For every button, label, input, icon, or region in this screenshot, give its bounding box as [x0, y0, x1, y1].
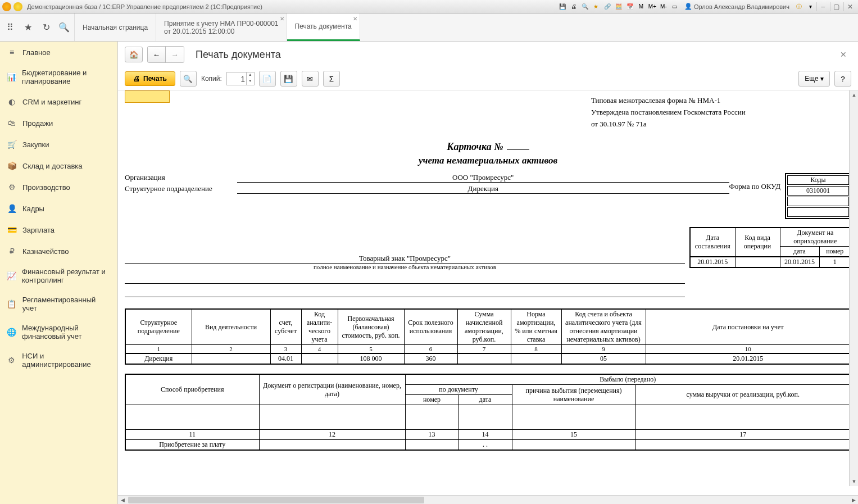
print-button[interactable]: 🖨 Печать	[125, 71, 175, 86]
minimize-button[interactable]: –	[816, 2, 829, 11]
preview-button[interactable]: 🔍	[180, 71, 197, 87]
tab-start[interactable]: Начальная страница	[75, 13, 156, 41]
col-num: 7	[457, 345, 511, 354]
scroll-up-icon[interactable]: ▲	[850, 90, 858, 99]
horizontal-scrollbar[interactable]: ◀ ▶	[118, 495, 858, 504]
back-button[interactable]: ←	[148, 47, 166, 62]
tab-label: Начальная страница	[83, 24, 148, 31]
search-icon[interactable]: 🔍	[58, 22, 70, 33]
sum-button[interactable]: Σ	[323, 71, 340, 87]
memory-m-plus[interactable]: M+	[647, 2, 657, 11]
print-label: Печать	[143, 75, 167, 83]
col-num: 1	[125, 345, 192, 354]
sidebar-item-admin[interactable]: ⚙НСИ и администрирование	[0, 346, 117, 374]
scroll-down-icon[interactable]: ▼	[850, 477, 858, 486]
form-title: Карточка №	[125, 141, 851, 153]
save-doc-button[interactable]: 💾	[280, 71, 297, 87]
pie-icon: ◐	[7, 97, 17, 107]
sidebar-item-production[interactable]: ⚙Производство	[0, 176, 117, 198]
vertical-scrollbar[interactable]: ▲ ▼	[849, 90, 858, 486]
td: Дирекция	[125, 353, 192, 364]
sidebar-item-label: Бюджетирование и планирование	[22, 69, 111, 85]
col-num: 12	[259, 430, 405, 440]
col-num: 10	[646, 345, 851, 354]
sheet-button[interactable]: 📄	[259, 71, 276, 87]
menu-icon: ≡	[7, 47, 17, 57]
td	[511, 353, 561, 364]
th: Первоначальная (балансовая) стоимость, р…	[338, 309, 404, 345]
sidebar-item-hr[interactable]: 👤Кадры	[0, 198, 117, 219]
spinner-up[interactable]: ▲	[246, 72, 254, 79]
info-icon[interactable]: ⓘ	[794, 2, 804, 11]
sidebar-item-sales[interactable]: 🛍Продажи	[0, 112, 117, 134]
content-close-button[interactable]: ✕	[836, 48, 851, 61]
scroll-left-icon[interactable]: ◀	[118, 496, 127, 504]
sidebar-item-salary[interactable]: 💳Зарплата	[0, 219, 117, 240]
tab-print[interactable]: Печать документа ✕	[287, 13, 360, 41]
sidebar-item-intl[interactable]: 🌐Международный финансовый учет	[0, 318, 117, 346]
memory-m-minus[interactable]: M-	[659, 2, 669, 11]
th: Структурное подразделение	[125, 309, 192, 345]
blank-line	[125, 274, 685, 284]
tab-bar: ⠿ ★ ↻ 🔍 Начальная страница Принятие к уч…	[0, 13, 858, 42]
info-dropdown-icon[interactable]: ▾	[805, 2, 815, 11]
object-name: Товарный знак "Промресурс"	[125, 254, 685, 264]
maximize-button[interactable]: ▢	[830, 2, 842, 11]
close-button[interactable]: ✕	[843, 2, 856, 11]
forward-button[interactable]: →	[166, 47, 184, 62]
tab-close-icon[interactable]: ✕	[280, 16, 284, 22]
card-icon: 💳	[7, 225, 17, 235]
help-button[interactable]: ?	[834, 71, 851, 87]
sidebar-item-warehouse[interactable]: 📦Склад и доставка	[0, 155, 117, 176]
calc-icon[interactable]: 🧮	[614, 2, 624, 11]
user-name: Орлов Александр Владимирович	[694, 3, 789, 10]
th: номер	[405, 395, 458, 405]
apps-icon[interactable]: ⠿	[4, 22, 16, 33]
document-viewport[interactable]: Типовая межотраслевая форма № НМА-1 Утве…	[118, 90, 858, 495]
favorite-icon[interactable]: ★	[591, 2, 601, 11]
scroll-thumb[interactable]	[128, 497, 424, 503]
dropdown-icon[interactable]	[13, 2, 22, 11]
history-icon[interactable]: ↻	[40, 22, 52, 33]
graph-icon: 📈	[7, 271, 16, 281]
scroll-right-icon[interactable]: ▶	[849, 496, 858, 504]
th: Сумма начисленной амортизации, руб.коп.	[457, 309, 511, 345]
sidebar-item-purchases[interactable]: 🛒Закупки	[0, 134, 117, 155]
save-icon[interactable]: 💾	[557, 2, 568, 11]
memory-m[interactable]: M	[636, 2, 646, 11]
td: Приобретение за плату	[125, 440, 259, 451]
sidebar-item-treasury[interactable]: ₽Казначейство	[0, 240, 117, 262]
print-icon[interactable]: 🖨	[569, 2, 579, 11]
code-cell	[787, 207, 849, 217]
org-label: Организация	[125, 173, 237, 183]
calendar-icon[interactable]: 📅	[625, 2, 635, 11]
person-icon: 👤	[7, 203, 17, 214]
link-icon[interactable]: 🔗	[602, 2, 612, 11]
sidebar-item-finance[interactable]: 📈Финансовый результат и контроллинг	[0, 262, 117, 290]
sidebar-item-regulated[interactable]: 📋Регламентированный учет	[0, 290, 117, 318]
home-button[interactable]: 🏠	[125, 47, 143, 62]
col-num: 15	[512, 430, 635, 440]
sidebar-item-crm[interactable]: ◐CRM и маркетинг	[0, 91, 117, 112]
sidebar-item-label: CRM и маркетинг	[22, 98, 81, 106]
td	[125, 405, 259, 430]
mail-button[interactable]: ✉	[302, 71, 319, 87]
object-caption: полное наименование и назначение объекта…	[125, 264, 685, 270]
preview-icon[interactable]: 🔍	[580, 2, 590, 11]
user-info[interactable]: 👤 Орлов Александр Владимирович	[684, 3, 789, 10]
th: Способ приобретения	[125, 374, 259, 405]
more-button[interactable]: Еще ▾	[798, 71, 830, 87]
col-num: 3	[270, 345, 301, 354]
td	[635, 405, 851, 430]
sidebar-item-main[interactable]: ≡Главное	[0, 42, 117, 63]
tab-close-icon[interactable]: ✕	[353, 16, 357, 22]
sidebar-item-label: Производство	[22, 183, 70, 192]
spinner-down[interactable]: ▼	[246, 79, 254, 85]
tab-document[interactable]: Принятие к учету НМА ПР00-000001 от 20.0…	[156, 13, 287, 41]
td: . .	[458, 440, 512, 451]
td: 04.01	[270, 353, 301, 364]
star-icon[interactable]: ★	[22, 22, 34, 33]
panel-icon[interactable]: ▭	[670, 2, 680, 11]
form-info-line: от 30.10.97 № 71а	[591, 119, 851, 130]
sidebar-item-budget[interactable]: 📊Бюджетирование и планирование	[0, 63, 117, 91]
